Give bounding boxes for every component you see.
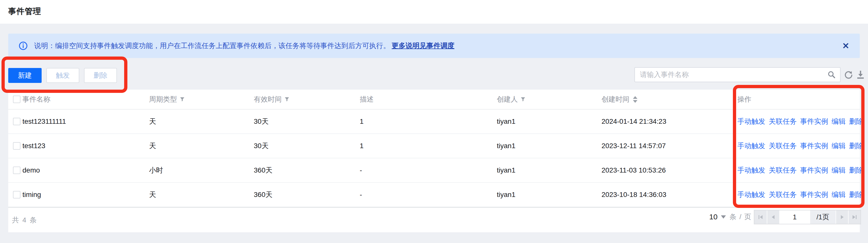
search-input[interactable] — [635, 68, 827, 82]
first-page-icon[interactable] — [754, 210, 767, 224]
event-name: timing — [23, 183, 41, 207]
event-management-page: 事件管理 说明：编排空间支持事件触发调度功能，用户在工作流任务上配置事件依赖后，… — [0, 0, 868, 243]
delete-link[interactable]: 删除 — [849, 190, 863, 200]
manual-trigger-link[interactable]: 手动触发 — [737, 190, 765, 200]
table-row: timing 天 360天 - tiyan1 2023-10-18 14:36:… — [8, 183, 860, 207]
caret-down-icon[interactable] — [721, 215, 726, 219]
edit-link[interactable]: 编辑 — [832, 117, 845, 126]
column-header-creator: 创建人 — [497, 90, 526, 109]
creator: tiyan1 — [497, 134, 516, 158]
related-tasks-link[interactable]: 关联任务 — [769, 117, 797, 126]
description: - — [360, 183, 362, 207]
description: - — [360, 158, 362, 182]
related-tasks-link[interactable]: 关联任务 — [769, 166, 797, 175]
manual-trigger-link[interactable]: 手动触发 — [737, 141, 765, 151]
info-icon — [19, 41, 28, 50]
prev-page-icon[interactable] — [767, 210, 779, 224]
new-button[interactable]: 新建 — [8, 68, 42, 83]
table-header-row: 事件名称 周期类型 有效时间 描述 创建人 — [8, 90, 860, 109]
banner-text: 说明：编排空间支持事件触发调度功能，用户在工作流任务上配置事件依赖后，该任务将等… — [34, 41, 390, 50]
row-operations: 手动触发 关联任务 事件实例 编辑 删除 — [737, 134, 863, 158]
delete-link[interactable]: 删除 — [849, 117, 863, 126]
event-name: test123111111 — [23, 109, 66, 134]
table-row: test123111111 天 30天 1 tiyan1 2024-01-14 … — [8, 109, 860, 134]
trigger-button[interactable]: 触发 — [46, 68, 79, 83]
created-time: 2023-11-03 10:53:26 — [601, 158, 666, 182]
banner-more-link[interactable]: 更多说明见事件调度 — [392, 41, 455, 50]
description: 1 — [360, 109, 364, 134]
column-header-cycle: 周期类型 — [149, 90, 185, 109]
info-banner: 说明：编排空间支持事件触发调度功能，用户在工作流任务上配置事件依赖后，该任务将等… — [8, 34, 860, 58]
next-page-icon[interactable] — [836, 210, 848, 224]
page-total-label: /1页 — [810, 210, 836, 224]
column-header-desc: 描述 — [360, 90, 374, 109]
related-tasks-link[interactable]: 关联任务 — [769, 141, 797, 151]
valid-time: 360天 — [254, 158, 273, 182]
page-number-cell — [779, 210, 810, 224]
column-header-name: 事件名称 — [23, 90, 50, 109]
delete-link[interactable]: 删除 — [849, 141, 863, 151]
related-tasks-link[interactable]: 关联任务 — [769, 190, 797, 200]
select-all-checkbox[interactable] — [13, 96, 21, 103]
creator: tiyan1 — [497, 109, 516, 134]
event-name: demo — [23, 158, 40, 182]
created-time: 2023-10-18 14:36:03 — [601, 183, 666, 207]
row-checkbox[interactable] — [13, 167, 21, 174]
page-size-unit: 条 / 页 — [730, 212, 752, 221]
row-operations: 手动触发 关联任务 事件实例 编辑 删除 — [737, 109, 863, 134]
page-size-selector: 10 条 / 页 — [709, 210, 752, 224]
pagination: /1页 — [754, 210, 861, 224]
filter-icon[interactable] — [180, 97, 185, 102]
sort-icon[interactable] — [633, 96, 638, 103]
page-size-value[interactable]: 10 — [709, 213, 717, 221]
event-instances-link[interactable]: 事件实例 — [800, 166, 828, 175]
close-icon[interactable]: ✕ — [842, 42, 849, 50]
table-row: test123 天 30天 1 tiyan1 2023-12-11 14:57:… — [8, 134, 860, 158]
total-count: 共 4 条 — [12, 208, 37, 232]
cycle-type: 小时 — [149, 158, 163, 182]
creator: tiyan1 — [497, 158, 516, 182]
description: 1 — [360, 134, 364, 158]
edit-link[interactable]: 编辑 — [832, 141, 845, 151]
valid-time: 30天 — [254, 134, 269, 158]
cycle-type: 天 — [149, 183, 156, 207]
row-checkbox[interactable] — [13, 191, 21, 199]
page-number-input[interactable] — [780, 210, 810, 224]
created-time: 2023-12-11 14:57:07 — [601, 134, 666, 158]
filter-icon[interactable] — [520, 97, 526, 102]
cycle-type: 天 — [149, 134, 156, 158]
valid-time: 30天 — [254, 109, 269, 134]
row-checkbox[interactable] — [13, 142, 21, 150]
search-icon[interactable] — [827, 70, 836, 79]
column-header-operations: 操作 — [737, 90, 751, 109]
delete-button[interactable]: 删除 — [84, 68, 117, 83]
table-row: demo 小时 360天 - tiyan1 2023-11-03 10:53:2… — [8, 158, 860, 183]
valid-time: 360天 — [254, 183, 273, 207]
last-page-icon[interactable] — [848, 210, 861, 224]
edit-link[interactable]: 编辑 — [832, 166, 845, 175]
event-instances-link[interactable]: 事件实例 — [800, 190, 828, 200]
delete-link[interactable]: 删除 — [849, 166, 863, 175]
event-instances-link[interactable]: 事件实例 — [800, 117, 828, 126]
row-operations: 手动触发 关联任务 事件实例 编辑 删除 — [737, 183, 863, 207]
row-checkbox[interactable] — [13, 118, 21, 125]
page-title: 事件管理 — [8, 6, 41, 17]
row-operations: 手动触发 关联任务 事件实例 编辑 删除 — [737, 158, 863, 182]
event-name: test123 — [23, 134, 45, 158]
filter-icon[interactable] — [284, 97, 290, 102]
creator: tiyan1 — [497, 183, 516, 207]
event-instances-link[interactable]: 事件实例 — [800, 141, 828, 151]
search-box — [634, 67, 841, 82]
created-time: 2024-01-14 21:34:23 — [601, 109, 666, 134]
edit-link[interactable]: 编辑 — [832, 190, 845, 200]
manual-trigger-link[interactable]: 手动触发 — [737, 166, 765, 175]
manual-trigger-link[interactable]: 手动触发 — [737, 117, 765, 126]
column-header-created: 创建时间 — [601, 90, 638, 109]
refresh-icon[interactable] — [843, 70, 854, 80]
cycle-type: 天 — [149, 109, 156, 134]
download-icon[interactable] — [856, 70, 866, 80]
column-header-valid: 有效时间 — [254, 90, 290, 109]
